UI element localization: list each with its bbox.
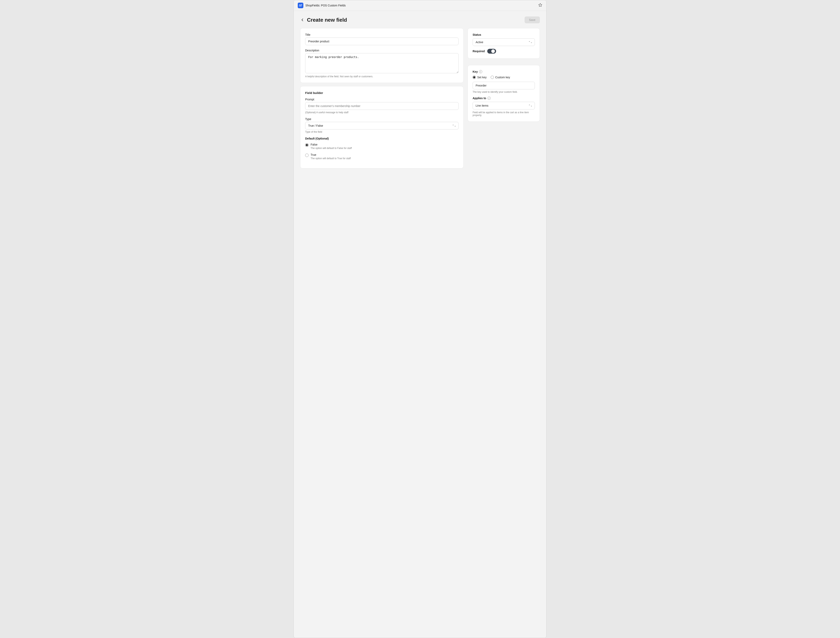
required-toggle[interactable] [487, 49, 496, 54]
default-false-hint: The option will default to False for sta… [311, 147, 352, 150]
status-label: Status [473, 33, 535, 36]
required-row: Required [473, 49, 535, 54]
status-select[interactable]: Active Inactive [473, 38, 535, 46]
default-true-hint: The option will default to True for staf… [311, 157, 351, 160]
applies-hint: Field will be applied to items in the ca… [473, 111, 535, 117]
field-builder-card: Field builder Prompt (Optional) A useful… [300, 86, 464, 169]
default-field-group: Default (Optional) False The option will… [305, 137, 459, 160]
topbar: ShopFields: POS Custom Fields [294, 0, 546, 11]
type-label: Type [305, 117, 459, 121]
app-frame: ShopFields: POS Custom Fields Create new… [294, 0, 546, 638]
title-description-card: Title Description For marking preorder p… [300, 28, 464, 83]
toggle-slider [487, 49, 496, 54]
default-true-title: True [311, 153, 351, 156]
page-header-left: Create new field [300, 17, 347, 23]
set-key-radio[interactable] [473, 76, 476, 79]
set-key-label: Set key [477, 76, 487, 79]
default-false-title: False [311, 143, 352, 146]
key-input[interactable] [473, 82, 535, 89]
type-select-wrapper: True / False Text Number Date Select ⌃⌄ [305, 122, 459, 129]
description-label: Description [305, 49, 459, 52]
custom-key-option[interactable]: Custom key [491, 76, 510, 79]
default-true-radio[interactable] [305, 153, 309, 157]
pin-icon[interactable] [538, 3, 542, 8]
field-builder-title: Field builder [305, 91, 459, 95]
key-hint: The key used to identify your custom fie… [473, 90, 535, 93]
right-panel: Status Active Inactive ⌃⌄ Required [467, 28, 540, 122]
status-card: Status Active Inactive ⌃⌄ Required [467, 28, 540, 58]
prompt-hint: (Optional) A useful message to help staf… [305, 111, 459, 114]
page-title: Create new field [307, 17, 347, 23]
prompt-label: Prompt [305, 98, 459, 101]
default-false-option: False The option will default to False f… [305, 143, 459, 150]
status-select-wrapper: Active Inactive ⌃⌄ [473, 38, 535, 46]
description-hint: A helpful description of the field. Not … [305, 75, 459, 78]
custom-key-radio[interactable] [491, 76, 494, 79]
app-logo [298, 3, 303, 8]
applies-select[interactable]: Line items Order Customer [473, 102, 535, 109]
prompt-input[interactable] [305, 102, 459, 110]
main-content: Create new field Save Title Description … [294, 11, 546, 638]
app-title: ShopFields: POS Custom Fields [305, 4, 346, 7]
description-field-group: Description For marking preorder product… [305, 49, 459, 78]
title-input[interactable] [305, 38, 459, 45]
applies-info-icon[interactable]: i [488, 96, 491, 100]
type-hint: Type of the field [305, 131, 459, 133]
content-grid: Title Description For marking preorder p… [300, 28, 540, 169]
set-key-option[interactable]: Set key [473, 76, 487, 79]
key-title: Key [473, 70, 478, 73]
topbar-left: ShopFields: POS Custom Fields [298, 3, 346, 8]
title-label: Title [305, 33, 459, 36]
applies-title: Applies to [473, 96, 486, 100]
applies-title-row: Applies to i [473, 96, 535, 100]
default-true-option: True The option will default to True for… [305, 153, 459, 160]
required-label: Required [473, 50, 485, 53]
type-select[interactable]: True / False Text Number Date Select [305, 122, 459, 129]
custom-key-label: Custom key [495, 76, 510, 79]
description-textarea[interactable]: For marking preorder products. [305, 53, 459, 73]
back-button[interactable] [300, 18, 305, 22]
applies-select-wrapper: Line items Order Customer ⌃⌄ [473, 102, 535, 109]
title-field-group: Title [305, 33, 459, 45]
key-radio-group: Set key Custom key [473, 76, 535, 79]
key-card: Key i Set key Custom key [467, 65, 540, 122]
default-label: Default (Optional) [305, 137, 459, 140]
default-true-content: True The option will default to True for… [311, 153, 351, 160]
prompt-field-group: Prompt (Optional) A useful message to he… [305, 98, 459, 114]
default-false-content: False The option will default to False f… [311, 143, 352, 150]
page-header: Create new field Save [300, 16, 540, 23]
key-info-icon[interactable]: i [479, 70, 482, 73]
key-title-row: Key i [473, 70, 535, 73]
save-button[interactable]: Save [524, 16, 540, 23]
default-false-radio[interactable] [305, 143, 309, 147]
left-column: Title Description For marking preorder p… [300, 28, 464, 169]
type-field-group: Type True / False Text Number Date Selec… [305, 117, 459, 133]
